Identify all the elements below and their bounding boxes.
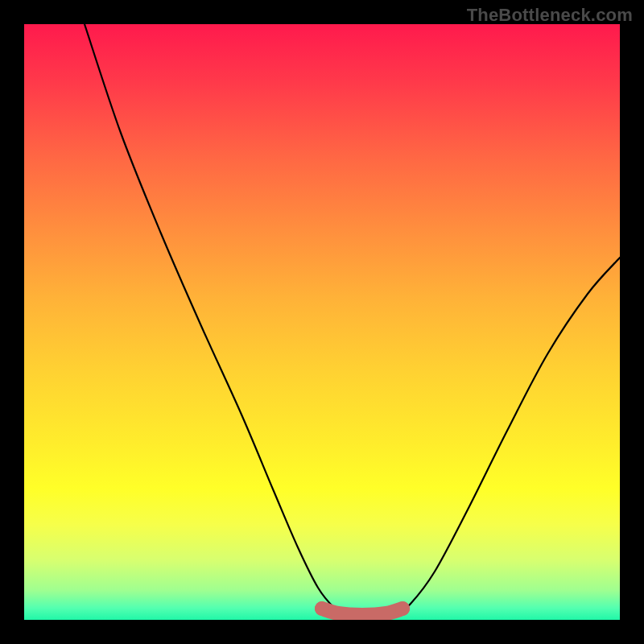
band-dot-right [395,601,410,616]
band-dot-left [315,601,329,616]
watermark-label: TheBottleneck.com [467,5,633,26]
chart-frame: TheBottleneck.com [0,0,644,644]
left-curve [85,24,346,616]
chart-svg [24,24,620,620]
plot-area [24,24,620,620]
bottom-band [322,609,402,615]
right-curve [394,258,620,616]
